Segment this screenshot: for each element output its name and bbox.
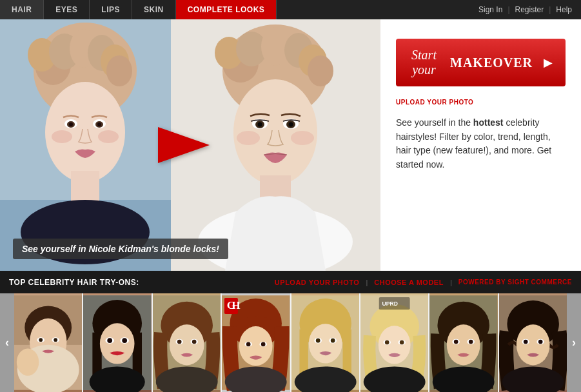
hero-images: See yourself in Nicole Kidman's blonde l… xyxy=(0,19,380,271)
bottom-strip: TOP CELEBRITY HAIR TRY-ONS: UPLOAD YOUR … xyxy=(0,271,581,293)
svg-point-109 xyxy=(454,340,458,344)
makeover-button[interactable]: Start your MAKEOVER ▶ xyxy=(396,39,566,86)
strip-upload-link[interactable]: UPLOAD YOUR PHOTO xyxy=(275,279,360,286)
top-nav: HAIR EYES LIPS SKIN COMPLETE LOOKS Sign … xyxy=(0,0,581,19)
arrow-icon xyxy=(158,127,210,163)
thumbnail-5[interactable] xyxy=(291,293,359,392)
divider-1: | xyxy=(507,5,509,14)
register-link[interactable]: Register xyxy=(515,5,544,14)
svg-point-40 xyxy=(291,131,314,145)
svg-point-78 xyxy=(246,342,251,347)
svg-point-100 xyxy=(400,340,404,345)
thumbnail-6[interactable]: UPRD xyxy=(360,293,428,392)
strip-powered: POWERED BY SIGHT COMMERCE xyxy=(458,279,572,286)
makeover-italic: Start your xyxy=(409,48,439,77)
celebrity-caption: See yourself in Nicole Kidman's blonde l… xyxy=(13,239,228,259)
svg-point-60 xyxy=(108,338,113,343)
thumbnail-7[interactable] xyxy=(429,293,497,392)
strip-choose-link[interactable]: CHOOSE A MODEL xyxy=(374,279,444,286)
svg-point-9 xyxy=(106,55,132,86)
nav-hair[interactable]: HAIR xyxy=(0,0,44,19)
svg-point-39 xyxy=(237,131,260,145)
nav-eyes[interactable]: EYES xyxy=(44,0,90,19)
svg-point-38 xyxy=(289,122,293,127)
svg-point-96 xyxy=(379,326,411,364)
svg-point-29 xyxy=(308,55,333,86)
thumbnail-3[interactable] xyxy=(153,293,221,392)
strip-sep-2: | xyxy=(450,279,452,286)
nav-complete-looks[interactable]: COMPLETE LOOKS xyxy=(176,0,277,19)
makeover-arrow: ▶ xyxy=(544,55,553,70)
strip-title: TOP CELEBRITY HAIR TRY-ONS: xyxy=(9,278,139,287)
svg-point-66 xyxy=(170,324,204,365)
hero-cta-panel: Start your MAKEOVER ▶ UPLOAD YOUR PHOTO … xyxy=(380,19,581,271)
thumbnail-8[interactable] xyxy=(499,293,567,392)
svg-point-51 xyxy=(17,349,39,376)
svg-point-19 xyxy=(52,130,72,143)
svg-text:H: H xyxy=(231,299,241,311)
divider-2: | xyxy=(549,5,551,14)
svg-point-49 xyxy=(39,338,43,342)
thumbnail-2[interactable] xyxy=(83,293,151,392)
strip-sep-1: | xyxy=(366,279,368,286)
svg-point-69 xyxy=(177,340,182,344)
svg-point-70 xyxy=(192,340,197,344)
upload-label: UPLOAD YOUR PHOTO xyxy=(396,95,566,107)
thumbnails-container: G H xyxy=(14,293,567,392)
nav-lips[interactable]: LIPS xyxy=(90,0,132,19)
svg-point-92 xyxy=(330,338,335,343)
next-nav-button[interactable]: › xyxy=(567,293,581,392)
svg-point-61 xyxy=(123,338,128,343)
strip-actions: UPLOAD YOUR PHOTO | CHOOSE A MODEL | POW… xyxy=(275,279,572,286)
nav-auth: Sign In | Register | Help xyxy=(469,0,581,19)
svg-point-88 xyxy=(308,324,342,363)
help-link[interactable]: Help xyxy=(556,5,572,14)
makeover-bold: MAKEOVER xyxy=(450,55,533,70)
signin-link[interactable]: Sign In xyxy=(478,5,502,14)
hero-description: See yourself in the hottest celebrity ha… xyxy=(396,116,566,172)
hero-section: See yourself in Nicole Kidman's blonde l… xyxy=(0,19,581,271)
svg-point-17 xyxy=(69,122,73,126)
thumbnails-row: ‹ xyxy=(0,293,581,392)
nav-skin[interactable]: SKIN xyxy=(132,0,176,19)
svg-point-118 xyxy=(538,340,542,344)
svg-point-114 xyxy=(516,324,549,365)
svg-point-20 xyxy=(98,130,119,143)
prev-nav-button[interactable]: ‹ xyxy=(0,293,14,392)
celebrity-photo xyxy=(0,19,171,271)
svg-point-117 xyxy=(523,340,527,344)
svg-point-106 xyxy=(447,324,480,365)
svg-point-75 xyxy=(239,326,273,366)
svg-point-79 xyxy=(261,342,266,347)
svg-point-37 xyxy=(258,122,262,127)
svg-point-110 xyxy=(469,340,473,344)
svg-point-50 xyxy=(54,338,57,342)
svg-point-18 xyxy=(97,122,101,126)
thumbnail-1[interactable] xyxy=(14,293,82,392)
thumbnail-4[interactable]: G H xyxy=(222,293,290,392)
svg-point-99 xyxy=(385,340,389,345)
svg-text:UPRD: UPRD xyxy=(382,301,397,308)
svg-point-57 xyxy=(100,323,135,364)
svg-point-91 xyxy=(315,338,320,343)
